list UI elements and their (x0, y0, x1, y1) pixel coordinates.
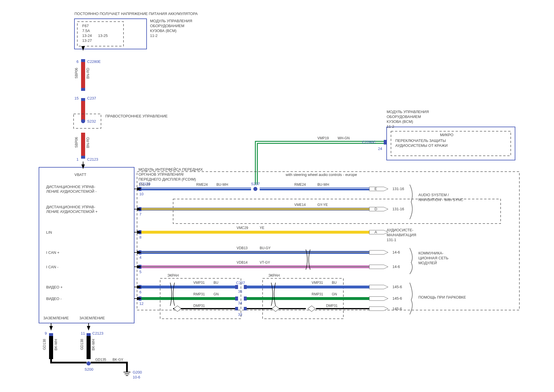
wire-vmp31-a: VMP31 (193, 281, 205, 285)
wire-sbp06-b: SBP06 (74, 137, 78, 148)
pin-1: 1 (76, 157, 78, 162)
wire-vtgy: VT-GY (260, 260, 270, 265)
ref-145-6b: 145-6 (392, 296, 402, 301)
pin-5: 5 (139, 270, 141, 274)
svg-rect-31 (141, 231, 369, 234)
ground-g200-ref: 10-6 (133, 375, 140, 379)
dest-audio2: NAVIGATION - With SYNC (418, 198, 463, 202)
svg-rect-50 (244, 297, 247, 301)
svg-rect-9 (81, 98, 85, 101)
wire-bkwh-a: BK-WH (54, 339, 58, 350)
pin-15: 15 (74, 96, 78, 100)
wire-vmp31-b: VMP31 (312, 281, 323, 285)
bcm-top-ref: 11-2 (150, 33, 158, 38)
pin-35: 35 (238, 289, 242, 294)
dest-audio1: AUDIO SYSTEM / (418, 193, 449, 197)
svg-rect-2 (81, 62, 85, 88)
splice-s232: S232 (87, 119, 96, 123)
svg-rect-42 (247, 286, 369, 288)
wire-gd135: GD135 (95, 358, 106, 362)
ref-131-16b: 131-16 (392, 207, 404, 211)
dest-audioru1: АУДИОСИСТЕ- (387, 228, 413, 232)
ref-145-6a: 145-6 (392, 285, 402, 289)
fcdim-rp2: ЛЕНИЕ АУДИОСИСТЕМОЙ + (46, 209, 98, 214)
pin-8: 8 (139, 235, 141, 239)
wire-gd138-b: GD138 (80, 339, 84, 350)
conn-c237: C237 (87, 96, 96, 100)
svg-rect-44 (235, 285, 238, 289)
dest-comm2: ЦИОННАЯ СЕТЬ (418, 256, 448, 260)
svg-rect-37 (141, 266, 369, 267)
fcdim-title-l1: МОДУЛЬ ИНТЕРФЕЙСА ПЕРЕДНИХ (138, 167, 203, 172)
pin-6: 6 (76, 59, 78, 64)
title-top: ПОСТОЯННО ПОЛУЧАЕТ НАПРЯЖЕНИЕ ПИТАНИЯ АК… (74, 12, 198, 16)
svg-rect-41 (141, 286, 235, 288)
svg-rect-13 (87, 336, 91, 359)
dest-audioru2: МА/НАВИГАЦИЯ (387, 233, 416, 237)
bcm-top-l2: ОБОРУДОВАНИЕМ (150, 24, 184, 28)
conn-c2123: C2123 (87, 157, 98, 162)
wire-bugy: BU-GY (260, 246, 271, 250)
fcdim-rm1: ДИСТАНЦИОННОЕ УПРАВ- (46, 185, 95, 189)
bcm-r-l1: МОДУЛЬ УПРАВЛЕНИЯ (387, 110, 429, 114)
fuse-name: F67 (82, 24, 89, 28)
fcdim-gnd2: ЗАЗЕМЛЕНИЕ (79, 316, 105, 320)
wire-gn-a: GN (214, 292, 219, 296)
wire-bu-a: BU (214, 281, 218, 285)
pin-9: 9 (45, 331, 47, 335)
wire-gd138-a: GD138 (42, 339, 46, 350)
svg-rect-12 (49, 336, 53, 359)
svg-rect-21 (173, 199, 501, 224)
pin-33: 33 (238, 312, 242, 317)
svg-point-16 (87, 361, 91, 365)
splice-s200: S200 (85, 367, 93, 372)
wire-buwh-b: BU-WH (317, 183, 329, 187)
svg-point-4 (81, 119, 85, 123)
conn-c2123b: C2123 (92, 331, 103, 335)
svg-rect-51 (235, 307, 238, 310)
ref-14-6b: 14-6 (392, 265, 400, 269)
wire-bnrd-a: BN-RD (86, 68, 90, 79)
bcm-r-ref: 11-2 (387, 124, 394, 129)
svg-rect-47 (247, 297, 369, 300)
ref-a: A (375, 230, 377, 234)
fcdim-vidn: ВИДЕО - (46, 297, 62, 301)
pin-7: 7 (139, 212, 141, 216)
svg-rect-20 (137, 172, 519, 310)
ground-g200: G200 (133, 370, 142, 374)
dest-park: ПОМОЩЬ ПРИ ПАРКОВКЕ (418, 295, 466, 299)
svg-rect-3 (81, 101, 85, 121)
wire-ye: YE (260, 226, 264, 230)
svg-rect-45 (244, 285, 247, 289)
wire-vdb14: VDB14 (237, 260, 248, 265)
screen-b: ЭКРАН (268, 273, 280, 277)
svg-rect-15 (87, 333, 91, 336)
fcdim-gnd1: ЗАЗЕМЛЕНИЕ (43, 316, 69, 320)
fcdim-title-l3: ПЕРЕДНЕГО ДИСПЛЕЯ (FCDIM) (138, 177, 196, 181)
bcm-r-l2: ОБОРУДОВАНИЕМ (387, 115, 421, 119)
bcm-top-l3: КУЗОВА (BCM) (150, 29, 177, 33)
screen-a: ЭКРАН (167, 273, 179, 277)
svg-rect-5 (81, 133, 85, 156)
fcdim-rp1: ДИСТАНЦИОННОЕ УПРАВ- (46, 205, 95, 209)
wire-bnrd-b: BN-RD (86, 137, 90, 148)
svg-rect-26 (260, 188, 369, 189)
pin-6b: 6 (139, 290, 141, 294)
svg-rect-25 (260, 187, 369, 190)
bcm-r-micro: МИКРО (440, 133, 453, 137)
rhd-label: ПРАВОСТОРОННЕЕ УПРАВЛЕНИЕ (105, 114, 168, 118)
pin-10: 10 (139, 192, 143, 196)
ref-131-16a: 131-16 (392, 187, 404, 191)
splice-s237: S237 (251, 182, 260, 186)
ref-e: E (375, 187, 377, 191)
fuse-rating: 7.5A (82, 29, 90, 33)
fcdim-lin: LIN (46, 230, 52, 235)
wire-vdb13: VDB13 (237, 246, 248, 250)
fcdim-icann: I CAN - (46, 265, 59, 269)
opt-swc: with steering wheel audio controls - eur… (286, 172, 357, 177)
fuse-ref2: 13-25 (98, 33, 108, 38)
fuse-ref3: 13-27 (82, 38, 92, 43)
bcm-r-sw1: ПЕРЕКЛЮЧАТЕЛЬ ЗАЩИТЫ (395, 138, 446, 143)
svg-rect-23 (141, 188, 251, 189)
wire-rmp31-b: RMP31 (312, 292, 323, 296)
